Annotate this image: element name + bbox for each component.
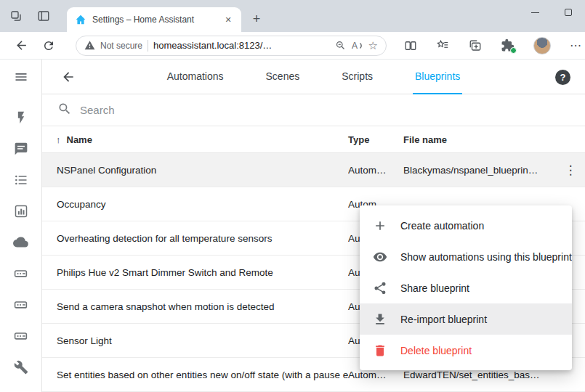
menu-item-create-automation[interactable]: Create automation	[360, 210, 572, 241]
maximize-button[interactable]	[552, 0, 585, 25]
menu-item-label: Share blueprint	[400, 282, 469, 294]
menu-item-label: Delete blueprint	[400, 345, 472, 356]
extensions-icon[interactable]	[501, 38, 515, 52]
search-placeholder: Search	[80, 104, 115, 116]
favorites-icon[interactable]	[436, 39, 450, 52]
tab-automations[interactable]: Automations	[165, 60, 226, 94]
share-icon	[373, 281, 387, 295]
column-header-name[interactable]: ↑ Name	[42, 134, 348, 145]
url-text[interactable]: homeassistant.local:8123/…	[153, 40, 330, 51]
chart-icon[interactable]	[5, 195, 37, 226]
row-name: Overheating detection for all temperatur…	[42, 233, 348, 244]
tab-title: Settings – Home Assistant	[92, 15, 222, 25]
browser-titlebar: Settings – Home Assistant ✕ + ✕	[0, 0, 585, 32]
row-file: Blackymas/nspanel_blueprin…	[403, 165, 556, 176]
menu-item-show-automations[interactable]: Show automations using this blueprint	[360, 241, 572, 272]
browser-tab[interactable]: Settings – Home Assistant ✕	[67, 7, 241, 32]
browser-toolbar: Not secure homeassistant.local:8123/… A …	[0, 32, 585, 60]
row-type: Autom…	[348, 369, 403, 380]
menu-item-label: Show automations using this blueprint	[400, 251, 572, 263]
toolbar-actions: ⋯	[404, 37, 581, 54]
row-name: Set entities based on other entities new…	[42, 369, 348, 380]
menu-item-delete-blueprint[interactable]: Delete blueprint	[360, 335, 572, 366]
address-bar[interactable]: Not secure homeassistant.local:8123/… A …	[76, 36, 387, 56]
lightning-icon[interactable]	[5, 102, 37, 133]
profile-avatar[interactable]	[533, 37, 551, 54]
menu-item-label: Re-import blueprint	[400, 314, 487, 325]
extensions-badge	[510, 47, 517, 54]
hamburger-menu-icon[interactable]	[0, 60, 41, 94]
row-name: Send a camera snapshot when motion is de…	[42, 301, 348, 312]
ha-tabs: Automations Scenes Scripts Blueprints	[165, 60, 463, 94]
ha-appbar: Automations Scenes Scripts Blueprints ?	[42, 60, 585, 94]
download-icon	[373, 312, 387, 327]
row-overflow-icon[interactable]: ⋮	[565, 163, 577, 177]
not-secure-warning-icon[interactable]	[84, 40, 95, 51]
browser-menu-icon[interactable]: ⋯	[570, 40, 581, 52]
search-icon	[57, 102, 72, 119]
tab-close-icon[interactable]: ✕	[222, 13, 235, 26]
hub-icon[interactable]	[5, 289, 37, 320]
list-icon[interactable]	[5, 164, 37, 195]
column-header-type[interactable]: Type	[348, 134, 403, 145]
row-name: NSPanel Configuration	[42, 165, 348, 176]
hub-icon[interactable]	[5, 320, 37, 351]
back-icon[interactable]	[10, 35, 32, 57]
minimize-button[interactable]	[518, 0, 552, 25]
plus-icon	[373, 219, 387, 233]
chat-icon[interactable]	[5, 133, 37, 164]
tab-blueprints[interactable]: Blueprints	[413, 60, 462, 94]
table-header: ↑ Name Type File name	[42, 126, 585, 153]
hub-icon[interactable]	[5, 258, 37, 289]
blueprint-context-menu: Create automation Show automations using…	[360, 205, 572, 370]
column-header-file[interactable]: File name	[403, 134, 585, 145]
split-screen-icon[interactable]	[404, 39, 417, 52]
home-assistant-favicon	[75, 14, 86, 25]
table-row[interactable]: NSPanel Configuration Autom… Blackymas/n…	[42, 153, 585, 187]
browser-window: Settings – Home Assistant ✕ + ✕ Not secu…	[0, 0, 585, 392]
trash-icon	[373, 343, 387, 358]
read-aloud-icon[interactable]: A	[351, 40, 363, 52]
tab-scenes[interactable]: Scenes	[264, 60, 302, 94]
header-name-label: Name	[67, 134, 92, 145]
row-name: Sensor Light	[42, 335, 348, 346]
tab-scripts[interactable]: Scripts	[339, 60, 375, 94]
zoom-out-icon[interactable]	[335, 40, 346, 51]
app-back-icon[interactable]	[54, 60, 83, 94]
menu-item-share-blueprint[interactable]: Share blueprint	[360, 272, 572, 303]
security-label[interactable]: Not secure	[100, 41, 142, 51]
tab-actions-icon[interactable]	[35, 7, 52, 25]
row-name: Philips Hue v2 Smart Dimmer Switch and R…	[42, 267, 348, 278]
address-divider	[148, 40, 148, 52]
search-bar[interactable]: Search	[42, 94, 585, 126]
eye-icon	[373, 250, 387, 264]
new-tab-button[interactable]: +	[247, 9, 266, 28]
svg-text:A: A	[352, 41, 358, 51]
help-icon[interactable]: ?	[555, 70, 570, 85]
row-type: Autom…	[348, 165, 403, 176]
favorite-star-icon[interactable]: ☆	[368, 40, 378, 51]
workspaces-icon[interactable]	[7, 7, 25, 25]
sort-ascending-icon: ↑	[56, 134, 61, 145]
cloud-icon[interactable]	[5, 226, 37, 258]
window-controls: ✕	[518, 0, 585, 25]
row-name: Occupancy	[42, 199, 348, 210]
refresh-icon[interactable]	[38, 35, 60, 57]
collections-icon[interactable]	[469, 39, 482, 52]
wrench-icon[interactable]	[5, 351, 37, 383]
row-file: EdwardTEN/set_entities_bas…	[403, 369, 556, 380]
ha-sidebar	[0, 60, 42, 392]
menu-item-reimport-blueprint[interactable]: Re-import blueprint	[360, 303, 572, 335]
menu-item-label: Create automation	[400, 220, 484, 232]
